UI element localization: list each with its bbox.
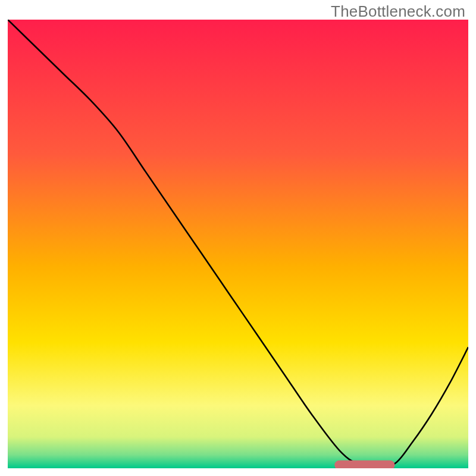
chart-svg — [8, 20, 468, 468]
watermark-text: TheBottleneck.com — [331, 2, 465, 21]
chart-plot — [8, 20, 468, 468]
